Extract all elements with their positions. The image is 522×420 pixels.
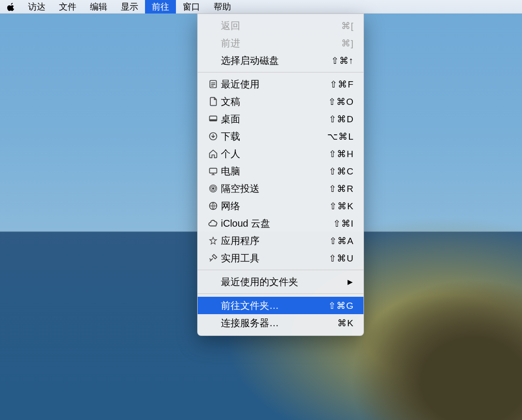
menu-home-shortcut: ⇧⌘H bbox=[329, 148, 354, 159]
menu-desktop-label: 桌面 bbox=[220, 113, 329, 126]
svg-rect-7 bbox=[210, 168, 217, 173]
menu-icloud-shortcut: ⇧⌘I bbox=[333, 218, 354, 229]
menu-home[interactable]: 个人 ⇧⌘H bbox=[198, 145, 363, 162]
menu-startup-disk[interactable]: 选择启动磁盘 ⇧⌘↑ bbox=[198, 52, 363, 69]
menu-computer-label: 电脑 bbox=[220, 165, 329, 178]
menu-go[interactable]: 前往 bbox=[145, 0, 176, 14]
menu-desktop[interactable]: 桌面 ⇧⌘D bbox=[198, 110, 363, 128]
menubar: 访达 文件 编辑 显示 前往 窗口 帮助 bbox=[0, 0, 522, 14]
menu-computer-shortcut: ⇧⌘C bbox=[329, 166, 354, 177]
menu-recent-folders[interactable]: 最近使用的文件夹 ▶ bbox=[198, 273, 363, 290]
svg-rect-5 bbox=[210, 119, 217, 121]
menu-back-shortcut: ⌘[ bbox=[341, 20, 354, 31]
menu-downloads[interactable]: 下载 ⌥⌘L bbox=[198, 128, 363, 145]
computer-icon bbox=[206, 166, 220, 176]
apple-logo-icon bbox=[7, 2, 15, 11]
menu-airdrop-label: 隔空投送 bbox=[220, 182, 329, 195]
menu-airdrop[interactable]: 隔空投送 ⇧⌘R bbox=[198, 180, 363, 197]
menu-go-to-folder-label: 前往文件夹… bbox=[220, 299, 328, 312]
menu-view[interactable]: 显示 bbox=[114, 0, 145, 14]
network-icon bbox=[206, 201, 220, 211]
desktop-icon bbox=[206, 114, 220, 124]
menu-network[interactable]: 网络 ⇧⌘K bbox=[198, 197, 363, 215]
menu-documents[interactable]: 文稿 ⇧⌘O bbox=[198, 93, 363, 110]
menu-documents-label: 文稿 bbox=[220, 95, 328, 108]
menu-finder[interactable]: 访达 bbox=[21, 0, 52, 14]
menu-downloads-shortcut: ⌥⌘L bbox=[327, 131, 354, 142]
menu-applications-shortcut: ⇧⌘A bbox=[329, 235, 354, 246]
utilities-icon bbox=[206, 253, 220, 263]
menu-go-to-folder[interactable]: 前往文件夹… ⇧⌘G bbox=[198, 297, 363, 314]
menu-icloud-label: iCloud 云盘 bbox=[220, 217, 333, 230]
menu-network-shortcut: ⇧⌘K bbox=[329, 201, 354, 212]
apple-menu[interactable] bbox=[7, 2, 21, 11]
menu-back: 返回 ⌘[ bbox=[198, 17, 363, 34]
menu-connect-server[interactable]: 连接服务器… ⌘K bbox=[198, 314, 363, 332]
menu-documents-shortcut: ⇧⌘O bbox=[328, 96, 354, 107]
menu-network-label: 网络 bbox=[220, 200, 329, 213]
menu-window[interactable]: 窗口 bbox=[176, 0, 207, 14]
menu-separator bbox=[198, 293, 363, 294]
menu-forward-label: 前进 bbox=[220, 37, 341, 50]
menu-forward: 前进 ⌘] bbox=[198, 34, 363, 52]
recents-icon bbox=[206, 79, 220, 89]
applications-icon bbox=[206, 236, 220, 246]
submenu-arrow-icon: ▶ bbox=[348, 278, 353, 286]
menu-startup-disk-label: 选择启动磁盘 bbox=[220, 54, 331, 67]
menu-forward-shortcut: ⌘] bbox=[341, 38, 354, 49]
menu-recent-folders-label: 最近使用的文件夹 bbox=[220, 275, 354, 289]
menu-separator bbox=[198, 270, 363, 270]
menu-utilities-shortcut: ⇧⌘U bbox=[329, 253, 354, 264]
menu-go-to-folder-shortcut: ⇧⌘G bbox=[328, 300, 354, 311]
menu-utilities-label: 实用工具 bbox=[220, 252, 329, 265]
svg-rect-3 bbox=[211, 86, 214, 87]
menu-icloud[interactable]: iCloud 云盘 ⇧⌘I bbox=[198, 215, 363, 232]
go-menu-dropdown: 返回 ⌘[ 前进 ⌘] 选择启动磁盘 ⇧⌘↑ 最近使用 ⇧⌘F 文稿 ⇧⌘O 桌… bbox=[197, 14, 364, 336]
icloud-icon bbox=[206, 218, 220, 228]
menu-recents-label: 最近使用 bbox=[220, 78, 330, 91]
menu-utilities[interactable]: 实用工具 ⇧⌘U bbox=[198, 249, 363, 267]
menu-airdrop-shortcut: ⇧⌘R bbox=[329, 183, 354, 194]
home-icon bbox=[206, 149, 220, 159]
menu-applications[interactable]: 应用程序 ⇧⌘A bbox=[198, 232, 363, 249]
menu-connect-server-label: 连接服务器… bbox=[220, 317, 337, 330]
menu-edit[interactable]: 编辑 bbox=[83, 0, 114, 14]
menu-back-label: 返回 bbox=[220, 19, 341, 32]
svg-rect-1 bbox=[211, 83, 215, 84]
menu-downloads-label: 下载 bbox=[220, 130, 327, 143]
menu-computer[interactable]: 电脑 ⇧⌘C bbox=[198, 162, 363, 180]
airdrop-icon bbox=[206, 184, 220, 193]
menu-applications-label: 应用程序 bbox=[220, 234, 329, 247]
downloads-icon bbox=[206, 131, 220, 141]
menu-file[interactable]: 文件 bbox=[52, 0, 83, 14]
menu-help[interactable]: 帮助 bbox=[207, 0, 238, 14]
documents-icon bbox=[206, 97, 220, 106]
menu-home-label: 个人 bbox=[220, 147, 329, 160]
menu-startup-disk-shortcut: ⇧⌘↑ bbox=[331, 55, 354, 66]
menu-desktop-shortcut: ⇧⌘D bbox=[329, 114, 354, 125]
svg-rect-2 bbox=[211, 84, 215, 85]
svg-point-8 bbox=[212, 188, 215, 190]
menu-connect-server-shortcut: ⌘K bbox=[337, 318, 354, 329]
menu-recents-shortcut: ⇧⌘F bbox=[330, 79, 354, 90]
menu-separator bbox=[198, 72, 363, 72]
menu-recents[interactable]: 最近使用 ⇧⌘F bbox=[198, 75, 363, 93]
